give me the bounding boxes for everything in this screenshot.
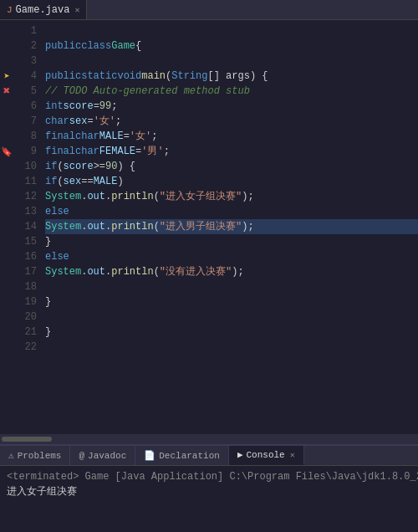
token-number: 99 [99,99,111,114]
gutter-cell [0,219,13,234]
token-kw: if [45,174,57,189]
token-plain: ( [57,159,63,174]
gutter-cell [0,99,13,114]
horizontal-scrollbar[interactable] [0,434,418,444]
token-plain: } [45,294,51,309]
code-line [45,309,418,325]
line-number: 22 [17,340,37,355]
line-number: 15 [17,234,37,249]
tab-label: Javadoc [88,451,126,461]
bottom-tab-bar: ⚠Problems@Javadoc📄Declaration▶Console✕ [0,446,418,466]
tab-label: Console [247,450,285,460]
token-kw: int [45,99,64,114]
code-line: final char FEMALE = '男'; [45,144,418,159]
token-char-val: '男' [141,144,163,159]
token-method: println [111,219,153,234]
token-kw: char [75,129,99,144]
console-line-output: 进入女子组决赛 [7,484,411,499]
gutter-cell [0,325,13,340]
gutter-cell [0,38,13,54]
breakpoint-gutter: ➤✖🔖 [0,20,13,434]
line-number: 21 [17,325,37,340]
token-plain: ; [111,99,117,114]
token-classname: System [45,219,81,234]
token-kw: public [45,38,81,54]
line-number: 17 [17,264,37,279]
gutter-cell: 🔖 [0,144,13,159]
token-kw: if [45,159,57,174]
token-number: 90 [105,159,117,174]
line-number: 8 [17,129,37,144]
gutter-cell [0,23,13,38]
gutter-cell [0,159,13,174]
tab-icon: @ [79,451,84,461]
line-number: 18 [17,279,37,294]
token-variable: sex [64,174,82,189]
gutter-cell [0,129,13,144]
token-char-val: '女' [94,114,115,129]
line-number: 13 [17,204,37,219]
gutter-cell [0,204,13,219]
code-line: int score = 99; [45,99,418,114]
code-line [45,54,418,69]
code-lines: public class Game { public static void m… [45,20,418,434]
code-line: } [45,234,418,249]
token-string-zh: "没有进入决赛" [160,264,232,279]
tab-close-icon[interactable]: ✕ [74,5,79,15]
token-plain: ( [154,264,160,279]
h-scroll-thumb[interactable] [2,437,52,442]
code-line: } [45,325,418,340]
code-line: System.out.println("进入男子组决赛"); [45,219,418,234]
token-plain: = [87,114,93,129]
token-method: println [111,264,153,279]
code-line: } [45,294,418,309]
line-number: 10 [17,159,37,174]
token-plain: ( [154,219,160,234]
token-type: String [171,69,207,84]
console-output: <terminated> Game [Java Application] C:\… [0,466,418,532]
code-line: public class Game { [45,38,418,54]
line-number: 20 [17,309,37,325]
token-plain: } [45,325,51,340]
bottom-tab-declaration[interactable]: 📄Declaration [135,446,229,465]
line-number: 14 [17,219,37,234]
token-kw: final [45,144,75,159]
arrow-marker: ➤ [3,70,9,83]
token-static-field: out [87,264,105,279]
code-line: if ( sex == MALE ) [45,174,418,189]
code-line: if( score >= 90 ) { [45,159,418,174]
tab-close[interactable]: ✕ [290,450,295,460]
tab-icon: 📄 [144,450,155,461]
token-kw: else [45,249,69,264]
code-line [45,23,418,38]
line-number: 12 [17,189,37,204]
token-plain: ( [166,69,171,84]
code-editor: ➤✖🔖 12345678910111213141516171819202122 … [0,20,418,434]
bottom-tab-problems[interactable]: ⚠Problems [0,446,70,465]
tab-game-java[interactable]: J Game.java ✕ [0,0,87,19]
token-static-field: out [87,219,105,234]
token-char-val: '女' [130,129,151,144]
bottom-tab-console[interactable]: ▶Console✕ [229,446,304,465]
tab-icon: ⚠ [8,450,14,461]
token-comment: // TODO Auto-generated method stub [45,84,250,99]
gutter-cell [0,294,13,309]
token-plain: == [81,174,93,189]
token-plain: } [45,234,51,249]
token-kw: void [117,69,141,84]
code-line: final char MALE = '女'; [45,129,418,144]
line-number: 16 [17,249,37,264]
line-number: 7 [17,114,37,129]
token-method: main [141,69,166,84]
code-line: System.out.println("进入女子组决赛"); [45,189,418,204]
token-plain: ; [164,144,170,159]
token-plain: ) { [117,159,135,174]
java-file-icon: J [7,5,13,15]
token-plain: >= [94,159,105,174]
error-marker: ✖ [3,85,10,97]
line-number: 19 [17,294,37,309]
gutter-cell [0,249,13,264]
token-plain: . [105,264,111,279]
token-kw: else [45,204,69,219]
bottom-tab-javadoc[interactable]: @Javadoc [70,446,135,465]
